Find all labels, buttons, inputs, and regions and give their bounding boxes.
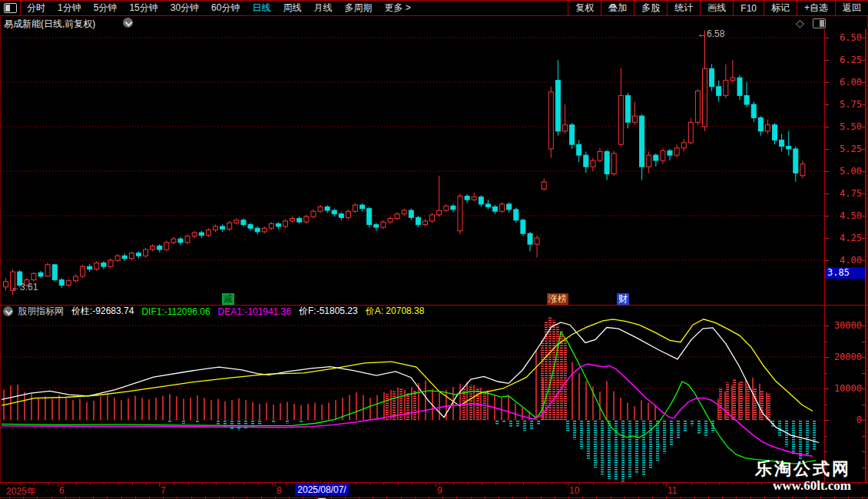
year-label: 2025年 [6,485,36,498]
tab-multiperiod[interactable]: 多周期 [344,2,372,15]
indicator-field-1: DIF1:-112096.06 [141,306,210,317]
tab-5min[interactable]: 5分钟 [94,2,118,15]
panel-toggle-button[interactable] [0,1,21,15]
month-label-6: 6 [59,485,65,496]
price-tag: 3.85 [825,267,865,279]
button-stats[interactable]: 统计 [667,1,700,15]
indicator-tick-label: 30000 [834,320,862,331]
month-label-10: 10 [569,485,579,496]
price-tick-label: 4.50 [840,210,862,221]
panel-toggle-icon [4,3,17,13]
indicator-tick-label: 0 [856,415,862,425]
tab-fenshi[interactable]: 分时 [27,2,45,15]
button-overlay[interactable]: 叠加 [601,1,634,15]
indicator-header: 股朋指标网 价柱:-92683.74 DIF1:-112096.06 DEA1:… [0,306,824,316]
tab-30min[interactable]: 30分钟 [171,2,199,15]
button-back[interactable]: 返回 [835,1,868,15]
price-tick-label: 5.25 [840,144,862,154]
month-label-8: 8 [277,485,282,496]
button-fuquan[interactable]: 复权 [568,1,601,15]
price-axis[interactable]: 3.85 6.506.256.005.755.505.255.004.754.5… [824,29,865,482]
main-candlestick-chart[interactable] [0,29,824,306]
kline-svg [0,29,824,306]
indicator-field-2: DEA1:-101941.36 [218,306,291,317]
price-tick-label: 5.75 [840,99,862,110]
tab-daily[interactable]: 日线 [252,2,270,15]
badge-jian[interactable]: 减 [222,293,234,305]
tab-1min[interactable]: 1分钟 [58,2,81,15]
right-scale-strip[interactable] [865,29,868,482]
badge-cai[interactable]: 财 [617,293,629,305]
month-label-7: 7 [161,485,166,496]
price-tick-label: 6.50 [840,32,862,43]
date-axis[interactable]: 2025年 6 7 8 9 10 11 2025/08/07/四 [0,482,868,498]
price-tick-label: 5.00 [840,166,862,177]
tab-15min[interactable]: 15分钟 [129,2,157,15]
price-tick-label: 4.00 [840,255,862,266]
price-tick-label: 4.75 [840,188,862,199]
high-price-label: ←6.58 [697,28,724,39]
cursor-date-box: 2025/08/07/四 [295,484,349,496]
top-toolbar: 分时 1分钟 5分钟 15分钟 30分钟 60分钟 日线 周线 月线 多周期 更… [0,0,868,16]
indicator-tick-label: 10000 [834,383,862,394]
indicator-chart[interactable] [0,316,824,482]
button-f10[interactable]: F10 [733,1,764,15]
indicator-svg [0,316,824,482]
indicator-dropdown-icon[interactable] [3,306,13,316]
indicator-tick-label: 20000 [834,352,862,362]
month-label-9: 9 [437,485,442,496]
price-tick-label: 6.00 [840,77,862,88]
diamond-icon[interactable]: ◇ [796,17,804,29]
tab-weekly[interactable]: 周线 [283,2,301,15]
button-multistock[interactable]: 多股 [634,1,667,15]
badge-zhangbang[interactable]: 涨榜 [547,293,568,305]
tab-more[interactable]: 更多 > [384,2,410,15]
button-drawline[interactable]: 画线 [700,1,733,15]
button-mark[interactable]: 标记 [764,1,797,15]
button-add-watchlist[interactable]: +自选 [797,1,835,15]
price-tick-label: 5.50 [840,121,862,132]
price-tick-label: 4.25 [840,233,862,243]
price-tick-label: 6.25 [840,55,862,65]
month-label-11: 11 [668,485,677,496]
tab-60min[interactable]: 60分钟 [211,2,240,15]
tab-monthly[interactable]: 月线 [313,2,332,15]
title-bar: 易成新能(日线,前复权) ◇ [0,17,868,29]
low-price-label: ←3.61 [11,282,38,292]
title-dropdown-icon[interactable] [123,18,133,28]
toolbar-right-group: 复权 叠加 多股 统计 画线 F10 标记 +自选 返回 [568,1,868,15]
